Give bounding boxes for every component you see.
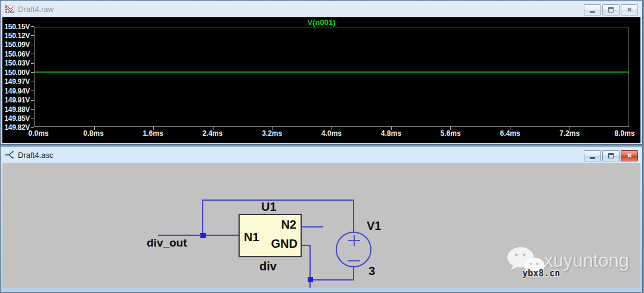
restore-icon [608, 153, 614, 158]
y-tick-label: 149.91V [4, 96, 30, 104]
trace-legend[interactable]: V(n001) [2, 18, 640, 27]
minimize-button[interactable] [584, 150, 601, 161]
window-title: Draft4.asc [18, 151, 53, 160]
wire-gnd-vertical[interactable] [309, 245, 311, 280]
waveform-titlebar[interactable]: Draft4.raw [1, 1, 642, 17]
y-tick-label: 150.00V [4, 68, 30, 77]
waveform-icon [5, 4, 14, 14]
y-tick-label: 149.94V [4, 87, 30, 95]
schematic-window: Draft4.asc ✕ N1 N2 GND [0, 146, 643, 292]
x-tick-label: 0.0ms [28, 129, 48, 138]
minimize-icon [590, 11, 595, 13]
u1-value-label[interactable]: div [259, 260, 277, 272]
v1-value-label[interactable]: 3 [369, 265, 375, 277]
x-tick-label: 1.6ms [143, 129, 163, 138]
watermark-site: ybx8.cn [522, 268, 560, 279]
y-tick-label: 150.15V [4, 23, 30, 31]
junction-bottom [308, 277, 313, 282]
restore-button[interactable] [602, 4, 620, 15]
y-tick-label: 149.97V [4, 77, 30, 86]
close-button[interactable]: ✕ [621, 4, 638, 15]
x-tick-label: 8.0ms [614, 129, 634, 138]
x-tick-label: 4.8ms [381, 129, 401, 138]
x-tick-label: 2.4ms [202, 129, 222, 138]
close-icon: ✕ [627, 7, 632, 13]
close-icon: ✕ [627, 152, 632, 159]
minimize-icon [590, 157, 595, 159]
y-tick-label: 149.82V [4, 123, 30, 132]
x-tick-label: 4.0ms [321, 129, 342, 138]
wire-v1-bottom[interactable] [353, 266, 354, 280]
y-tick-label: 150.03V [4, 59, 30, 67]
window-title: Draft4.raw [18, 5, 54, 14]
wire-top[interactable] [202, 200, 354, 201]
wire-n1[interactable] [158, 235, 239, 236]
voltage-trace[interactable] [35, 71, 628, 73]
x-tick-label: 5.6ms [441, 129, 461, 138]
wire-left-vertical[interactable] [202, 200, 203, 236]
v1-symbol[interactable] [336, 232, 371, 267]
pin-label-n2: N2 [281, 219, 296, 230]
y-tick-label: 150.09V [4, 40, 30, 49]
wire-v1-top[interactable] [353, 200, 354, 233]
y-tick-label: 149.85V [4, 114, 30, 123]
x-tick-label: 0.8ms [83, 129, 104, 138]
pin-label-n1: N1 [244, 231, 259, 243]
x-tick-label: 3.2ms [262, 129, 282, 138]
schematic-icon [5, 150, 14, 160]
v1-ref-label[interactable]: V1 [367, 220, 381, 232]
net-label-div-out[interactable]: div_out [147, 237, 187, 248]
u1-ref-label[interactable]: U1 [261, 201, 277, 213]
y-tick-label: 149.88V [4, 105, 30, 114]
plot-frame[interactable] [34, 27, 629, 127]
y-tick-label: 150.12V [4, 32, 30, 40]
minimize-button[interactable] [584, 4, 601, 15]
schematic-canvas[interactable]: N1 N2 GND U1 div div_out V1 3 [2, 163, 640, 288]
x-tick-label: 6.4ms [500, 129, 520, 138]
x-tick-label: 7.2ms [559, 129, 580, 138]
wire-bottom[interactable] [309, 279, 354, 280]
u1-symbol[interactable]: N1 N2 GND [239, 214, 302, 257]
close-button[interactable]: ✕ [621, 150, 638, 161]
pin-label-gnd: GND [271, 238, 298, 250]
junction-div-out [200, 233, 206, 238]
y-tick-label: 150.06V [4, 50, 30, 58]
restore-icon [608, 7, 614, 13]
minus-icon [348, 260, 360, 261]
x-axis-labels: 0.0ms 0.8ms 1.6ms 2.4ms 3.2ms 4.0ms 4.8m… [34, 129, 629, 139]
waveform-plot-pane[interactable]: V(n001) 150.15V 150.12V 150.09V 150.06V … [2, 17, 640, 143]
y-axis-labels: 150.15V 150.12V 150.09V 150.06V 150.03V … [2, 23, 34, 132]
wire-n2-stub[interactable] [302, 226, 323, 227]
restore-button[interactable] [602, 150, 620, 161]
waveform-window: Draft4.raw ✕ V(n001) 150.15V 150.12V 150… [0, 0, 643, 145]
schematic-titlebar[interactable]: Draft4.asc [1, 146, 642, 163]
